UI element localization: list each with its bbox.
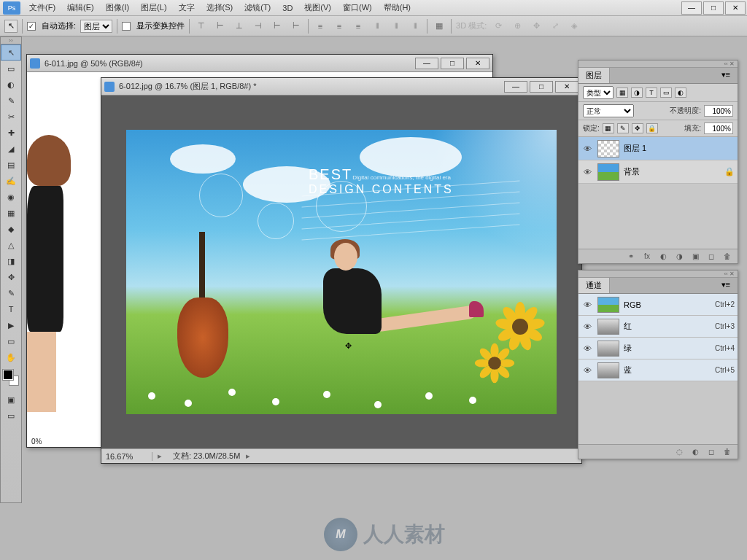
opacity-input[interactable]	[704, 105, 733, 117]
filter-shape-icon[interactable]: ▭	[660, 88, 672, 98]
panel-collapse-bar[interactable]: ‹‹ ✕	[578, 271, 738, 278]
blur-tool[interactable]: △	[1, 237, 21, 253]
brush-tool[interactable]: ▤	[1, 157, 21, 173]
stamp-tool[interactable]: ✍	[1, 173, 21, 189]
visibility-icon[interactable]: 👁	[581, 299, 593, 311]
channel-item[interactable]: 👁 RGB Ctrl+2	[578, 294, 738, 316]
pen-tool[interactable]: ✥	[1, 269, 21, 285]
menu-filter[interactable]: 滤镜(T)	[239, 2, 276, 13]
show-transform-checkbox[interactable]	[122, 22, 131, 31]
status-arrow-icon[interactable]: ▸	[152, 451, 167, 461]
doc-close-button[interactable]: ✕	[466, 58, 489, 69]
tab-layers[interactable]: 图层	[578, 68, 610, 83]
menu-window[interactable]: 窗口(W)	[337, 2, 378, 13]
document-window-front[interactable]: 6-012.jpg @ 16.7% (图层 1, RGB/8#) * — □ ✕	[101, 77, 582, 464]
auto-select-checkbox[interactable]: ✓	[27, 22, 36, 31]
layer-style-icon[interactable]: fx	[641, 252, 653, 262]
align-left-icon[interactable]: ⊣	[251, 20, 266, 33]
delete-channel-icon[interactable]: 🗑	[721, 447, 733, 457]
filter-type-icon[interactable]: T	[646, 88, 657, 98]
menu-layer[interactable]: 图层(L)	[135, 2, 172, 13]
menu-image[interactable]: 图像(I)	[100, 2, 135, 13]
lock-pixels-icon[interactable]: ✎	[617, 123, 629, 133]
lock-position-icon[interactable]: ✥	[632, 123, 643, 133]
path-select-tool[interactable]: T	[1, 301, 21, 317]
doc-maximize-button[interactable]: □	[530, 81, 553, 93]
auto-align-icon[interactable]: ▦	[432, 20, 446, 33]
auto-select-target[interactable]: 图层	[80, 20, 112, 33]
visibility-icon[interactable]: 👁	[581, 143, 593, 155]
visibility-icon[interactable]: 👁	[581, 343, 593, 354]
layer-item[interactable]: 👁 图层 1	[578, 137, 738, 160]
doc-minimize-button[interactable]: —	[415, 58, 438, 69]
layer-name[interactable]: 图层 1	[624, 143, 735, 154]
hand-tool[interactable]: ▭	[1, 333, 21, 349]
toolbox-expand-icon[interactable]: ››	[1, 37, 21, 44]
minimize-button[interactable]: —	[681, 1, 702, 15]
visibility-icon[interactable]: 👁	[581, 365, 593, 376]
current-tool-icon[interactable]: ↖	[4, 20, 18, 33]
distribute-top-icon[interactable]: ≡	[313, 20, 328, 33]
adjustment-layer-icon[interactable]: ◑	[673, 252, 685, 262]
new-layer-icon[interactable]: ◻	[705, 252, 717, 262]
filter-pixel-icon[interactable]: ▦	[616, 88, 628, 98]
filter-kind-select[interactable]: 类型	[583, 86, 614, 99]
marquee-tool[interactable]: ▭	[1, 61, 21, 77]
canvas-area[interactable]: BESTDigital communications, the digital …	[101, 96, 581, 448]
menu-type[interactable]: 文字	[173, 2, 201, 13]
eraser-tool[interactable]: ▦	[1, 205, 21, 221]
menu-help[interactable]: 帮助(H)	[378, 2, 417, 13]
menu-view[interactable]: 视图(V)	[298, 2, 337, 13]
align-center-icon[interactable]: ⊢	[270, 20, 285, 33]
doc-titlebar[interactable]: 6-012.jpg @ 16.7% (图层 1, RGB/8#) * — □ ✕	[101, 78, 581, 96]
layer-name[interactable]: 背景	[624, 166, 720, 177]
distribute-left-icon[interactable]: ⫴	[370, 20, 384, 33]
dodge-tool[interactable]: ◨	[1, 253, 21, 269]
quick-select-tool[interactable]: ✎	[1, 93, 21, 109]
layer-thumbnail[interactable]	[597, 163, 619, 181]
info-dropdown-icon[interactable]: ▸	[246, 451, 256, 461]
new-channel-icon[interactable]: ◻	[705, 447, 717, 457]
distribute-hcenter-icon[interactable]: ⫴	[389, 20, 403, 33]
lock-transparent-icon[interactable]: ▦	[603, 123, 614, 133]
panel-menu-icon[interactable]: ▾≡	[714, 278, 738, 293]
layer-thumbnail[interactable]	[597, 140, 619, 158]
distribute-right-icon[interactable]: ⫴	[408, 20, 422, 33]
panel-collapse-bar[interactable]: ‹‹ ✕	[578, 61, 738, 68]
eyedropper-tool[interactable]: ✚	[1, 125, 21, 141]
doc-maximize-button[interactable]: □	[441, 58, 464, 69]
history-brush-tool[interactable]: ◉	[1, 189, 21, 205]
distribute-vcenter-icon[interactable]: ≡	[332, 20, 347, 33]
document-info[interactable]: 文档: 23.0M/28.5M	[167, 451, 246, 462]
shape-tool[interactable]: ▶	[1, 317, 21, 333]
link-layers-icon[interactable]: ⚭	[625, 252, 637, 262]
channel-item[interactable]: 👁 绿 Ctrl+4	[578, 338, 738, 359]
healing-tool[interactable]: ◢	[1, 141, 21, 157]
visibility-icon[interactable]: 👁	[581, 321, 593, 332]
doc-close-button[interactable]: ✕	[555, 81, 578, 93]
menu-3d[interactable]: 3D	[276, 4, 298, 12]
align-bottom-icon[interactable]: ⊥	[232, 20, 247, 33]
foreground-color[interactable]	[3, 370, 13, 380]
layer-mask-icon[interactable]: ◐	[657, 252, 669, 262]
align-middle-icon[interactable]: ⊢	[213, 20, 228, 33]
maximize-button[interactable]: □	[703, 1, 724, 15]
load-selection-icon[interactable]: ◌	[673, 447, 685, 457]
visibility-icon[interactable]: 👁	[581, 166, 593, 178]
distribute-bottom-icon[interactable]: ≡	[351, 20, 365, 33]
channel-item[interactable]: 👁 蓝 Ctrl+5	[578, 359, 738, 381]
layer-item[interactable]: 👁 背景 🔒	[578, 160, 738, 184]
blend-mode-select[interactable]: 正常	[583, 104, 634, 117]
menu-file[interactable]: 文件(F)	[23, 2, 61, 13]
crop-tool[interactable]: ✂	[1, 109, 21, 125]
lasso-tool[interactable]: ◐	[1, 77, 21, 93]
fill-input[interactable]	[704, 122, 733, 134]
zoom-tool[interactable]: ✋	[1, 349, 21, 365]
doc-titlebar[interactable]: 6-011.jpg @ 50% (RGB/8#) — □ ✕	[27, 55, 492, 72]
align-right-icon[interactable]: ⊢	[289, 20, 303, 33]
gradient-tool[interactable]: ◆	[1, 221, 21, 237]
panel-menu-icon[interactable]: ▾≡	[714, 68, 738, 83]
channel-item[interactable]: 👁 红 Ctrl+3	[578, 316, 738, 338]
filter-smart-icon[interactable]: ◐	[675, 88, 686, 98]
screen-mode-tool[interactable]: ▭	[1, 408, 21, 424]
